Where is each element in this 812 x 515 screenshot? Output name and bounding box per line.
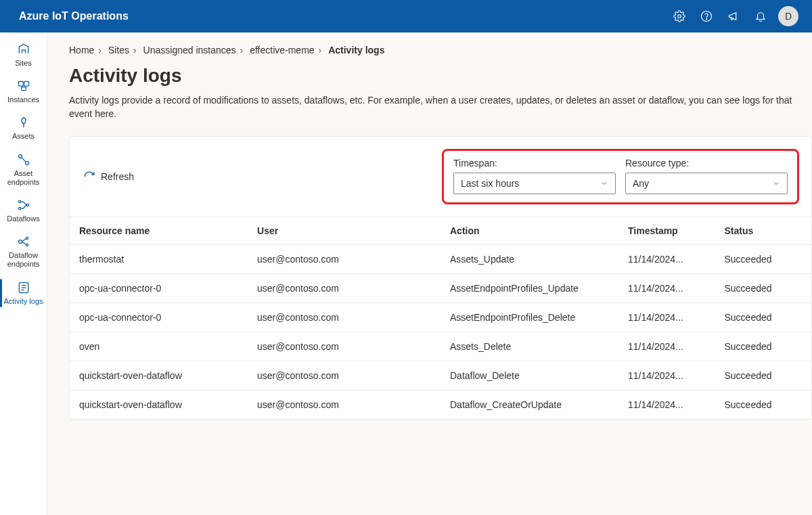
sidebar-item-label: Dataflow endpoints [1, 251, 45, 269]
cell-action: Assets_Update [441, 244, 618, 273]
instances-icon [16, 79, 31, 93]
col-timestamp[interactable]: Timestamp [618, 217, 715, 244]
megaphone-icon [727, 10, 740, 22]
cell-status: Succeeded [715, 332, 811, 361]
cell-status: Succeeded [715, 361, 811, 390]
page-title: Activity logs [69, 65, 812, 87]
col-status[interactable]: Status [715, 217, 811, 244]
cell-ts: 11/14/2024... [618, 390, 715, 419]
page-description: Activity logs provide a record of modifi… [69, 93, 812, 121]
resource-type-select[interactable]: Any [625, 173, 788, 194]
cell-user: user@contoso.com [248, 244, 441, 273]
assets-icon [16, 115, 31, 130]
activity-log-panel: Refresh Timespan: Last six hours Resourc… [69, 136, 812, 420]
svg-point-1 [702, 12, 712, 22]
sidebar-item-label: Instances [7, 95, 39, 104]
col-user[interactable]: User [248, 217, 441, 244]
cell-ts: 11/14/2024... [618, 273, 715, 303]
svg-rect-5 [21, 87, 26, 91]
resource-type-value: Any [633, 178, 649, 189]
breadcrumb-link[interactable]: Home [69, 45, 94, 55]
breadcrumb-current: Activity logs [328, 45, 384, 55]
sidebar: Sites Instances Assets Asset endpoints D… [0, 32, 47, 515]
dataflows-icon [16, 198, 31, 212]
cell-status: Succeeded [715, 303, 811, 332]
table-row[interactable]: opc-ua-connector-0user@contoso.comAssetE… [70, 303, 811, 332]
activity-log-table: Resource name User Action Timestamp Stat… [70, 217, 811, 420]
filters-highlight: Timespan: Last six hours Resource type: … [442, 149, 799, 204]
product-title: Azure IoT Operations [19, 10, 129, 22]
svg-point-11 [18, 240, 22, 244]
refresh-icon [83, 171, 95, 183]
cell-action: Dataflow_CreateOrUpdate [441, 390, 618, 419]
help-icon [700, 10, 713, 22]
cell-user: user@contoso.com [248, 390, 441, 419]
cell-user: user@contoso.com [248, 361, 441, 390]
sidebar-item-dataflow-endpoints[interactable]: Dataflow endpoints [0, 229, 47, 274]
feedback-button[interactable] [720, 0, 747, 32]
cell-action: AssetEndpointProfiles_Update [441, 273, 618, 303]
timespan-label: Timespan: [453, 158, 616, 169]
cell-name: thermostat [70, 244, 248, 273]
cell-name: opc-ua-connector-0 [70, 273, 248, 303]
sidebar-item-sites[interactable]: Sites [0, 37, 47, 73]
timespan-select[interactable]: Last six hours [453, 173, 616, 194]
cell-ts: 11/14/2024... [618, 303, 715, 332]
cell-name: quickstart-oven-dataflow [70, 361, 248, 390]
svg-rect-3 [18, 82, 23, 87]
sidebar-item-label: Sites [15, 59, 31, 68]
table-row[interactable]: opc-ua-connector-0user@contoso.comAssetE… [70, 273, 811, 303]
table-row[interactable]: quickstart-oven-dataflowuser@contoso.com… [70, 390, 811, 419]
gear-icon [673, 10, 685, 22]
activity-logs-icon [16, 280, 31, 295]
sidebar-item-assets[interactable]: Assets [0, 110, 47, 146]
sidebar-item-instances[interactable]: Instances [0, 73, 47, 110]
breadcrumb: Home› Sites› Unassigned instances› effec… [69, 45, 812, 55]
breadcrumb-link[interactable]: effective-meme [250, 45, 314, 55]
chevron-down-icon [772, 179, 780, 187]
cell-user: user@contoso.com [248, 273, 441, 303]
svg-point-12 [26, 237, 28, 239]
sidebar-item-label: Assets [12, 132, 35, 141]
bell-icon [754, 10, 767, 22]
resource-type-label: Resource type: [625, 158, 788, 169]
cell-status: Succeeded [715, 244, 811, 273]
top-bar: Azure IoT Operations D [0, 0, 812, 32]
timespan-field: Timespan: Last six hours [453, 158, 616, 194]
svg-point-13 [26, 244, 28, 246]
cell-name: opc-ua-connector-0 [70, 303, 248, 332]
cell-status: Succeeded [715, 273, 811, 303]
resource-type-field: Resource type: Any [625, 158, 788, 194]
sidebar-item-activity-logs[interactable]: Activity logs [0, 275, 47, 311]
cell-name: oven [70, 332, 248, 361]
cell-action: Assets_Delete [441, 332, 618, 361]
help-button[interactable] [693, 0, 720, 32]
timespan-value: Last six hours [461, 178, 519, 189]
sidebar-item-asset-endpoints[interactable]: Asset endpoints [0, 147, 47, 192]
col-action[interactable]: Action [441, 217, 618, 244]
breadcrumb-link[interactable]: Sites [108, 45, 129, 55]
sidebar-item-label: Activity logs [3, 297, 43, 306]
cell-ts: 11/14/2024... [618, 244, 715, 273]
cell-name: quickstart-oven-dataflow [70, 390, 248, 419]
dataflow-endpoints-icon [16, 234, 31, 249]
svg-point-9 [18, 207, 20, 209]
svg-point-8 [18, 200, 20, 202]
cell-status: Succeeded [715, 390, 811, 419]
table-row[interactable]: thermostatuser@contoso.comAssets_Update1… [70, 244, 811, 273]
col-resource-name[interactable]: Resource name [70, 217, 248, 244]
main-content: Home› Sites› Unassigned instances› effec… [47, 32, 812, 515]
refresh-button[interactable]: Refresh [83, 171, 134, 183]
notifications-button[interactable] [747, 0, 774, 32]
refresh-label: Refresh [101, 171, 134, 182]
user-avatar[interactable]: D [778, 6, 798, 26]
cell-user: user@contoso.com [248, 332, 441, 361]
sidebar-item-label: Dataflows [7, 215, 39, 223]
table-row[interactable]: quickstart-oven-dataflowuser@contoso.com… [70, 361, 811, 390]
table-row[interactable]: ovenuser@contoso.comAssets_Delete11/14/2… [70, 332, 811, 361]
breadcrumb-link[interactable]: Unassigned instances [143, 45, 236, 55]
sidebar-item-dataflows[interactable]: Dataflows [0, 192, 47, 229]
table-header-row: Resource name User Action Timestamp Stat… [70, 217, 811, 244]
settings-button[interactable] [666, 0, 693, 32]
cell-ts: 11/14/2024... [618, 332, 715, 361]
